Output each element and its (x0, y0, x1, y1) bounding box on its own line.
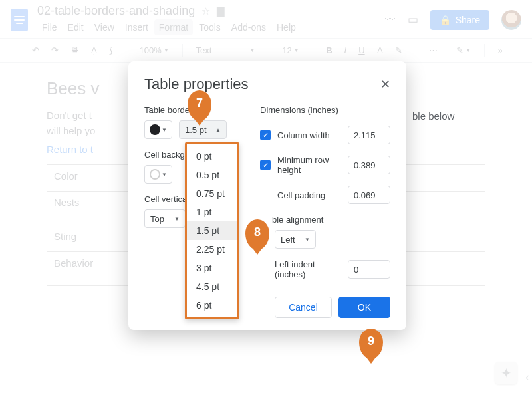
label-cell-padding: Cell padding (277, 190, 341, 200)
input-left-indent[interactable]: 0 (348, 260, 390, 279)
bw-option-4[interactable]: 1.5 pt (187, 221, 237, 240)
cell-bg-color-button[interactable]: ▼ (144, 165, 172, 184)
input-row-height[interactable]: 0.389 (348, 156, 390, 174)
ok-button[interactable]: OK (338, 297, 390, 318)
label-column-width: Column width (277, 130, 341, 140)
checkbox-row-height[interactable]: ✓ (260, 160, 271, 170)
bw-option-5[interactable]: 2.25 pt (187, 240, 237, 259)
doc-fragment: ble below (412, 110, 454, 122)
border-width-menu: 0 pt 0.5 pt 0.75 pt 1 pt 1.5 pt 2.25 pt … (185, 142, 239, 319)
label-row-height: Minimum row height (277, 155, 341, 175)
table-align-select[interactable]: Left▼ (275, 230, 316, 249)
bw-option-6[interactable]: 3 pt (187, 259, 237, 277)
input-cell-padding[interactable]: 0.069 (348, 186, 390, 204)
border-color-button[interactable]: ▼ (144, 120, 172, 139)
cell-valign-select[interactable]: Top▼ (144, 209, 186, 228)
bw-option-7[interactable]: 4.5 pt (187, 277, 237, 296)
close-icon[interactable]: ✕ (380, 77, 390, 92)
label-table-align: ble alignment (272, 215, 390, 225)
label-left-indent: Left indent (inches) (275, 259, 341, 279)
table-properties-dialog: Table properties ✕ Table border ▼ 1.5 pt… (128, 61, 406, 330)
cancel-button[interactable]: Cancel (275, 297, 332, 318)
bw-option-3[interactable]: 1 pt (187, 203, 237, 221)
bw-option-0[interactable]: 0 pt (187, 147, 237, 166)
bw-option-1[interactable]: 0.5 pt (187, 166, 237, 184)
checkbox-column-width[interactable]: ✓ (260, 130, 271, 140)
bw-option-2[interactable]: 0.75 pt (187, 184, 237, 203)
bw-option-8[interactable]: 6 pt (187, 296, 237, 315)
input-column-width[interactable]: 2.115 (348, 126, 390, 144)
label-dimensions: Dimensions (inches) (260, 105, 390, 115)
